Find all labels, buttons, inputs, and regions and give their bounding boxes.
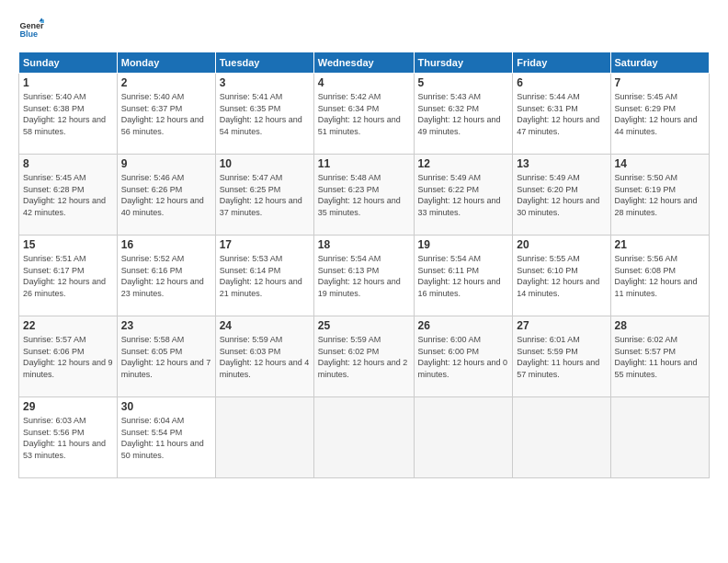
day-info: Sunrise: 5:48 AM Sunset: 6:23 PM Dayligh…	[318, 172, 410, 218]
day-number: 29	[23, 400, 113, 413]
day-number: 12	[418, 157, 509, 170]
day-number: 30	[121, 400, 211, 413]
day-info: Sunrise: 5:42 AM Sunset: 6:34 PM Dayligh…	[318, 91, 410, 137]
day-number: 27	[517, 319, 606, 332]
day-number: 20	[517, 238, 606, 251]
day-info: Sunrise: 5:43 AM Sunset: 6:32 PM Dayligh…	[418, 91, 509, 137]
page: General Blue Sunday Monday Tuesday Wedne…	[0, 0, 728, 563]
table-row: 26Sunrise: 6:00 AM Sunset: 6:00 PM Dayli…	[414, 316, 513, 397]
day-number: 2	[121, 76, 211, 89]
logo-icon: General Blue	[18, 17, 44, 42]
day-number: 26	[418, 319, 509, 332]
calendar-table: Sunday Monday Tuesday Wednesday Thursday…	[18, 52, 710, 478]
day-info: Sunrise: 6:01 AM Sunset: 5:59 PM Dayligh…	[517, 334, 606, 380]
day-info: Sunrise: 5:59 AM Sunset: 6:02 PM Dayligh…	[318, 334, 410, 380]
day-number: 24	[220, 319, 310, 332]
calendar-week-row: 15Sunrise: 5:51 AM Sunset: 6:17 PM Dayli…	[19, 236, 710, 316]
table-row: 12Sunrise: 5:49 AM Sunset: 6:22 PM Dayli…	[414, 155, 513, 236]
calendar-week-row: 1Sunrise: 5:40 AM Sunset: 6:38 PM Daylig…	[19, 74, 710, 155]
day-number: 16	[121, 238, 211, 251]
day-number: 3	[220, 76, 310, 89]
table-row: 4Sunrise: 5:42 AM Sunset: 6:34 PM Daylig…	[313, 74, 414, 155]
day-number: 8	[23, 157, 113, 170]
table-row: 16Sunrise: 5:52 AM Sunset: 6:16 PM Dayli…	[117, 236, 215, 316]
table-row: 6Sunrise: 5:44 AM Sunset: 6:31 PM Daylig…	[513, 74, 610, 155]
table-row: 13Sunrise: 5:49 AM Sunset: 6:20 PM Dayli…	[513, 155, 610, 236]
table-row: 25Sunrise: 5:59 AM Sunset: 6:02 PM Dayli…	[313, 316, 414, 397]
table-row: 8Sunrise: 5:45 AM Sunset: 6:28 PM Daylig…	[19, 155, 118, 236]
table-row: 30Sunrise: 6:04 AM Sunset: 5:54 PM Dayli…	[117, 397, 215, 478]
day-info: Sunrise: 5:41 AM Sunset: 6:35 PM Dayligh…	[220, 91, 310, 137]
logo: General Blue	[18, 17, 44, 42]
table-row: 20Sunrise: 5:55 AM Sunset: 6:10 PM Dayli…	[513, 236, 610, 316]
day-info: Sunrise: 5:40 AM Sunset: 6:38 PM Dayligh…	[23, 91, 113, 137]
table-row: 21Sunrise: 5:56 AM Sunset: 6:08 PM Dayli…	[610, 236, 709, 316]
day-info: Sunrise: 5:49 AM Sunset: 6:22 PM Dayligh…	[418, 172, 509, 218]
day-info: Sunrise: 5:53 AM Sunset: 6:14 PM Dayligh…	[220, 253, 310, 299]
table-row: 22Sunrise: 5:57 AM Sunset: 6:06 PM Dayli…	[19, 316, 118, 397]
day-info: Sunrise: 5:57 AM Sunset: 6:06 PM Dayligh…	[23, 334, 113, 380]
table-row: 27Sunrise: 6:01 AM Sunset: 5:59 PM Dayli…	[513, 316, 610, 397]
day-info: Sunrise: 5:40 AM Sunset: 6:37 PM Dayligh…	[121, 91, 211, 137]
day-number: 21	[615, 238, 705, 251]
table-row	[313, 397, 414, 478]
table-row	[610, 397, 709, 478]
day-info: Sunrise: 6:03 AM Sunset: 5:56 PM Dayligh…	[23, 415, 113, 461]
table-row: 19Sunrise: 5:54 AM Sunset: 6:11 PM Dayli…	[414, 236, 513, 316]
table-row: 1Sunrise: 5:40 AM Sunset: 6:38 PM Daylig…	[19, 74, 118, 155]
calendar-week-row: 22Sunrise: 5:57 AM Sunset: 6:06 PM Dayli…	[19, 316, 710, 397]
table-row: 15Sunrise: 5:51 AM Sunset: 6:17 PM Dayli…	[19, 236, 118, 316]
table-row: 10Sunrise: 5:47 AM Sunset: 6:25 PM Dayli…	[215, 155, 313, 236]
table-row: 18Sunrise: 5:54 AM Sunset: 6:13 PM Dayli…	[313, 236, 414, 316]
day-info: Sunrise: 5:44 AM Sunset: 6:31 PM Dayligh…	[517, 91, 606, 137]
day-number: 17	[220, 238, 310, 251]
calendar-week-row: 8Sunrise: 5:45 AM Sunset: 6:28 PM Daylig…	[19, 155, 710, 236]
table-row	[414, 397, 513, 478]
day-info: Sunrise: 5:47 AM Sunset: 6:25 PM Dayligh…	[220, 172, 310, 218]
calendar-week-row: 29Sunrise: 6:03 AM Sunset: 5:56 PM Dayli…	[19, 397, 710, 478]
day-number: 6	[517, 76, 606, 89]
table-row: 14Sunrise: 5:50 AM Sunset: 6:19 PM Dayli…	[610, 155, 709, 236]
day-info: Sunrise: 5:52 AM Sunset: 6:16 PM Dayligh…	[121, 253, 211, 299]
day-number: 18	[318, 238, 410, 251]
col-wednesday: Wednesday	[313, 52, 414, 74]
day-info: Sunrise: 5:54 AM Sunset: 6:13 PM Dayligh…	[318, 253, 410, 299]
day-info: Sunrise: 6:02 AM Sunset: 5:57 PM Dayligh…	[615, 334, 705, 380]
day-number: 23	[121, 319, 211, 332]
day-info: Sunrise: 5:56 AM Sunset: 6:08 PM Dayligh…	[615, 253, 705, 299]
day-info: Sunrise: 5:46 AM Sunset: 6:26 PM Dayligh…	[121, 172, 211, 218]
table-row: 29Sunrise: 6:03 AM Sunset: 5:56 PM Dayli…	[19, 397, 118, 478]
day-info: Sunrise: 5:51 AM Sunset: 6:17 PM Dayligh…	[23, 253, 113, 299]
day-info: Sunrise: 5:49 AM Sunset: 6:20 PM Dayligh…	[517, 172, 606, 218]
svg-text:Blue: Blue	[19, 29, 38, 39]
day-number: 9	[121, 157, 211, 170]
table-row: 17Sunrise: 5:53 AM Sunset: 6:14 PM Dayli…	[215, 236, 313, 316]
col-thursday: Thursday	[414, 52, 513, 74]
col-tuesday: Tuesday	[215, 52, 313, 74]
day-number: 15	[23, 238, 113, 251]
day-number: 14	[615, 157, 705, 170]
calendar-header-row: Sunday Monday Tuesday Wednesday Thursday…	[19, 52, 710, 74]
col-saturday: Saturday	[610, 52, 709, 74]
table-row	[215, 397, 313, 478]
day-number: 7	[615, 76, 705, 89]
table-row: 23Sunrise: 5:58 AM Sunset: 6:05 PM Dayli…	[117, 316, 215, 397]
table-row: 7Sunrise: 5:45 AM Sunset: 6:29 PM Daylig…	[610, 74, 709, 155]
header: General Blue	[18, 17, 710, 42]
day-number: 13	[517, 157, 606, 170]
day-info: Sunrise: 5:45 AM Sunset: 6:29 PM Dayligh…	[615, 91, 705, 137]
col-friday: Friday	[513, 52, 610, 74]
col-sunday: Sunday	[19, 52, 118, 74]
table-row: 5Sunrise: 5:43 AM Sunset: 6:32 PM Daylig…	[414, 74, 513, 155]
day-info: Sunrise: 5:55 AM Sunset: 6:10 PM Dayligh…	[517, 253, 606, 299]
table-row: 9Sunrise: 5:46 AM Sunset: 6:26 PM Daylig…	[117, 155, 215, 236]
day-info: Sunrise: 5:45 AM Sunset: 6:28 PM Dayligh…	[23, 172, 113, 218]
table-row: 24Sunrise: 5:59 AM Sunset: 6:03 PM Dayli…	[215, 316, 313, 397]
day-number: 11	[318, 157, 410, 170]
table-row: 11Sunrise: 5:48 AM Sunset: 6:23 PM Dayli…	[313, 155, 414, 236]
table-row: 28Sunrise: 6:02 AM Sunset: 5:57 PM Dayli…	[610, 316, 709, 397]
day-info: Sunrise: 5:59 AM Sunset: 6:03 PM Dayligh…	[220, 334, 310, 380]
table-row: 3Sunrise: 5:41 AM Sunset: 6:35 PM Daylig…	[215, 74, 313, 155]
day-info: Sunrise: 5:58 AM Sunset: 6:05 PM Dayligh…	[121, 334, 211, 380]
day-number: 28	[615, 319, 705, 332]
